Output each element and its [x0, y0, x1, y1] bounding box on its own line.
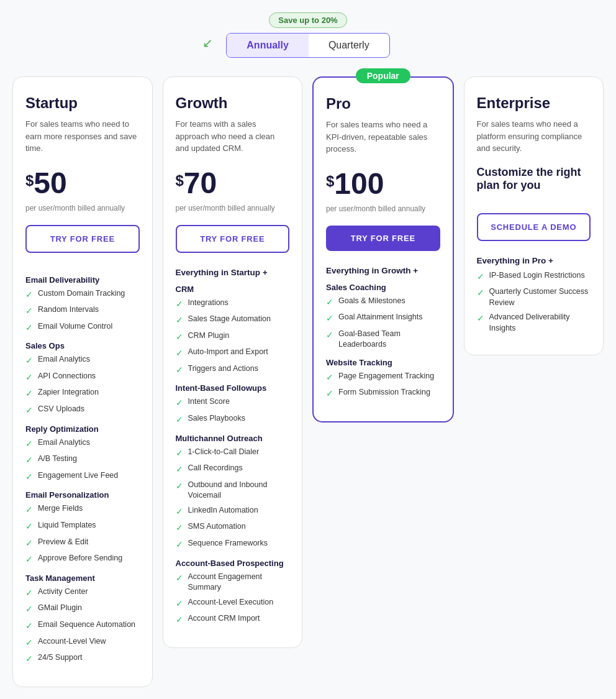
- feature-item: ✓ Triggers and Actions: [176, 363, 290, 377]
- cta-button-pro[interactable]: TRY FOR FREE: [326, 226, 440, 251]
- feature-label: Account CRM Import: [188, 613, 260, 624]
- feature-item: ✓ Call Recordings: [176, 463, 290, 476]
- feature-item: ✓ Sequence Frameworks: [176, 538, 290, 551]
- check-icon: ✓: [176, 572, 183, 585]
- check-icon: ✓: [176, 598, 183, 610]
- feature-item: ✓ Advanced Deliverability Insights: [477, 312, 591, 334]
- plan-description-enterprise: For sales teams who need a platform ensu…: [477, 118, 591, 155]
- feature-label: Call Recordings: [188, 463, 243, 474]
- feature-label: Email Analytics: [38, 437, 90, 449]
- feature-label: Merge Fields: [38, 503, 83, 514]
- feature-label: SMS Automation: [188, 521, 246, 532]
- check-icon: ✓: [326, 329, 333, 342]
- check-icon: ✓: [176, 397, 183, 409]
- check-icon: ✓: [25, 404, 33, 417]
- feature-item: ✓ Random Intervals: [25, 304, 140, 318]
- check-icon: ✓: [176, 506, 183, 518]
- feature-item: ✓ Email Analytics: [25, 354, 140, 367]
- feature-label: Email Sequence Automation: [38, 619, 135, 631]
- arrow-icon: ↙: [202, 35, 213, 50]
- feature-item: ✓ Liquid Templates: [25, 520, 140, 533]
- feature-item: ✓ Page Engagement Tracking: [326, 371, 440, 384]
- feature-label: CRM Plugin: [188, 331, 230, 342]
- feature-item: ✓ Activity Center: [25, 587, 140, 600]
- feature-group-title-growth-3: Account-Based Prospecting: [176, 559, 290, 568]
- feature-label: Triggers and Actions: [188, 363, 258, 375]
- cta-button-enterprise[interactable]: SCHEDULE A DEMO: [477, 213, 591, 241]
- feature-group-title-startup-1: Sales Ops: [25, 341, 140, 350]
- price-amount: 70: [184, 167, 217, 199]
- feature-group-title-pro-1: Website Tracking: [326, 358, 440, 367]
- feature-item: ✓ Email Analytics: [25, 437, 140, 450]
- price-period: per user/month billed annually: [25, 204, 140, 212]
- feature-label: CSV Uploads: [38, 404, 84, 415]
- feature-label: Zapier Integration: [38, 387, 99, 398]
- feature-item: ✓ Email Volume Control: [25, 321, 140, 334]
- check-icon: ✓: [176, 447, 183, 460]
- feature-item: ✓ Sales Playbooks: [176, 413, 290, 426]
- feature-item: ✓ Account-Level View: [25, 636, 140, 649]
- price-period: per user/month billed annually: [176, 204, 290, 212]
- check-icon: ✓: [176, 414, 183, 426]
- feature-item: ✓ API Connections: [25, 371, 140, 384]
- feature-label: Quarterly Customer Success Review: [489, 286, 591, 308]
- price-amount: 50: [34, 167, 66, 199]
- cta-button-startup[interactable]: TRY FOR FREE: [25, 225, 140, 253]
- plan-name-pro: Pro: [326, 95, 440, 112]
- billing-toggle[interactable]: Annually Quarterly: [226, 33, 389, 58]
- feature-label: Random Intervals: [38, 304, 99, 316]
- billing-toggle-section: Save up to 20% ↙ Annually Quarterly: [12, 12, 604, 58]
- check-icon: ✓: [326, 388, 333, 400]
- feature-item: ✓ 24/5 Support: [25, 652, 140, 665]
- feature-label: IP-Based Login Restrictions: [489, 270, 585, 281]
- check-icon: ✓: [176, 539, 183, 551]
- feature-item: ✓ Sales Stage Automation: [176, 314, 290, 327]
- feature-label: Approve Before Sending: [38, 553, 122, 564]
- plan-name-growth: Growth: [176, 94, 290, 112]
- features-intro-enterprise: Everything in Pro +: [477, 256, 591, 265]
- check-icon: ✓: [176, 347, 183, 360]
- feature-label: LinkedIn Automation: [188, 505, 258, 516]
- feature-label: Sequence Frameworks: [188, 538, 268, 549]
- feature-label: Integrations: [188, 298, 229, 309]
- price-amount: 100: [334, 167, 384, 200]
- feature-item: ✓ IP-Based Login Restrictions: [477, 270, 591, 283]
- plan-description-startup: For sales teams who need to earn more re…: [25, 118, 140, 155]
- check-icon: ✓: [25, 537, 33, 550]
- feature-label: Preview & Edit: [38, 537, 88, 548]
- check-icon: ✓: [25, 388, 33, 400]
- check-icon: ✓: [176, 314, 183, 327]
- check-icon: ✓: [176, 480, 183, 493]
- plan-name-enterprise: Enterprise: [477, 94, 591, 112]
- feature-label: Intent Score: [188, 396, 230, 408]
- feature-label: 1-Click-to-Call Dialer: [188, 447, 260, 458]
- feature-group-title-startup-4: Task Management: [25, 573, 140, 583]
- cta-button-growth[interactable]: TRY FOR FREE: [176, 225, 290, 253]
- check-icon: ✓: [477, 271, 484, 283]
- quarterly-button[interactable]: Quarterly: [309, 34, 389, 57]
- feature-label: Auto-Import and Export: [188, 347, 268, 358]
- feature-group-title-pro-0: Sales Coaching: [326, 283, 440, 292]
- check-icon: ✓: [477, 313, 484, 325]
- annually-button[interactable]: Annually: [227, 34, 309, 57]
- check-icon: ✓: [25, 372, 33, 384]
- feature-label: Sales Stage Automation: [188, 314, 271, 325]
- feature-label: Goal Attainment Insights: [338, 312, 423, 323]
- feature-group-title-startup-3: Email Personalization: [25, 490, 140, 500]
- check-icon: ✓: [25, 554, 33, 566]
- check-icon: ✓: [176, 464, 183, 476]
- feature-item: ✓ CRM Plugin: [176, 331, 290, 344]
- feature-item: ✓ Integrations: [176, 298, 290, 311]
- check-icon: ✓: [176, 298, 183, 311]
- check-icon: ✓: [477, 287, 484, 299]
- check-icon: ✓: [25, 637, 33, 649]
- check-icon: ✓: [176, 331, 183, 344]
- price-currency: $: [176, 172, 184, 190]
- feature-label: Outbound and Inbound Voicemail: [188, 480, 290, 501]
- check-icon: ✓: [25, 289, 33, 301]
- feature-item: ✓ Account CRM Import: [176, 613, 290, 626]
- feature-item: ✓ Account Engagement Summary: [176, 572, 290, 593]
- feature-item: ✓ Preview & Edit: [25, 537, 140, 550]
- feature-label: A/B Testing: [38, 454, 77, 465]
- check-icon: ✓: [25, 603, 33, 616]
